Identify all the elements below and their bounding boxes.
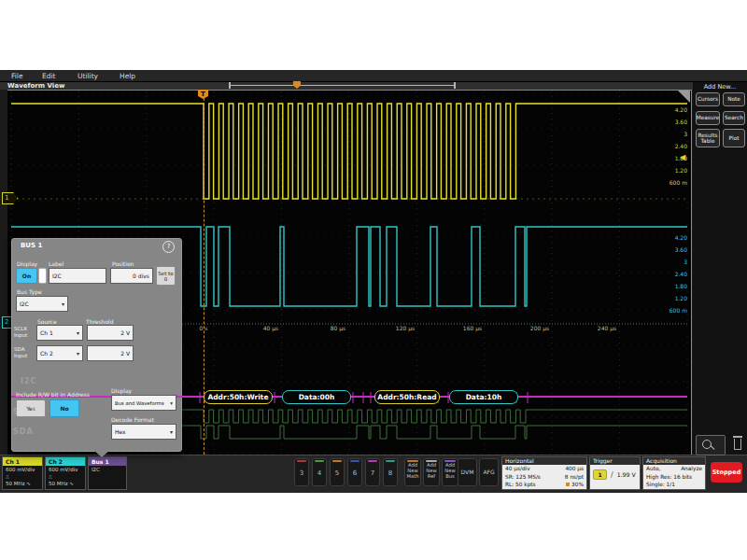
ch8-button[interactable]: 8 <box>383 458 398 486</box>
bus1-badge-title: Bus 1 <box>89 457 126 466</box>
time-label: 240 µs <box>590 325 624 331</box>
ch3-button[interactable]: 3 <box>294 458 309 486</box>
source-header: Source <box>37 318 57 325</box>
trash-button[interactable] <box>731 435 744 454</box>
set-to-zero-button[interactable]: Set to 0 <box>156 266 176 286</box>
ch2-badge[interactable]: Ch 2 600 mV/div ⎍ 50 MHz ∿ <box>45 456 86 490</box>
position-input[interactable]: 0 divs <box>110 268 153 284</box>
ch6-button[interactable]: 6 <box>347 458 362 486</box>
ch1-scale-value: 2.40 <box>663 143 687 149</box>
bandwidth-icon: ∿ <box>26 481 31 486</box>
time-label: 160 µs <box>456 325 489 331</box>
trigger-panel[interactable]: Trigger 1 ∕ 1.99 V <box>589 456 641 490</box>
horizontal-window: 400 µs <box>565 465 584 473</box>
plot-button[interactable]: Plot <box>723 129 745 147</box>
add-new-math-button[interactable]: Add New Math <box>404 458 421 486</box>
sclk-input-label: SCLK Input <box>14 326 35 339</box>
add-new-ref-button[interactable]: Add New Ref <box>423 458 440 486</box>
chevron-down-icon: ▾ <box>170 428 173 435</box>
horizontal-panel[interactable]: Horizontal 40 µs/div400 µs SR: 125 MS/s8… <box>501 456 587 490</box>
sda-ghost-label: SDA <box>13 427 34 436</box>
cursors-button[interactable]: Cursors <box>696 92 720 106</box>
ch1-scale-value: 3 <box>663 131 687 137</box>
trigger-level-arrow-icon[interactable]: ◀ <box>680 153 685 161</box>
chevron-down-icon: ▾ <box>77 329 79 336</box>
sample-rate: SR: 125 MS/s <box>505 473 541 482</box>
acq-single: Single: 1/1 <box>646 481 675 489</box>
sclk-threshold-input[interactable]: 2 V <box>87 325 134 341</box>
search-button[interactable]: Search <box>723 111 745 125</box>
measure-button[interactable]: Measure <box>696 111 720 125</box>
sda-threshold-input[interactable]: 2 V <box>87 345 134 361</box>
display-mode-dropdown[interactable]: Bus and Waveforms ▾ <box>111 395 176 411</box>
ch1-badge[interactable]: Ch 1 600 mV/div ⎍ 50 MHz ∿ <box>2 456 43 490</box>
bus-label-input[interactable]: I2C <box>49 268 106 284</box>
acquisition-panel[interactable]: Acquisition Auto,Analyze High Res: 16 bi… <box>642 456 706 490</box>
acq-highres: High Res: 16 bits <box>646 473 692 482</box>
horizontal-scale: 40 µs/div <box>505 465 530 473</box>
menu-utility[interactable]: Utility <box>78 72 98 80</box>
sda-source-dropdown[interactable]: Ch 2 ▾ <box>36 345 83 361</box>
rw-no-button[interactable]: No <box>49 399 79 417</box>
decode-format-dropdown[interactable]: Hex ▾ <box>111 424 176 440</box>
ch2-scale-value: 2.40 <box>663 271 687 277</box>
ch2-scale-value: 1.20 <box>663 295 687 301</box>
menu-file[interactable]: File <box>11 72 23 80</box>
minimap-right-bracket[interactable] <box>454 82 456 89</box>
ch1-bandwidth: 50 MHz <box>6 481 25 486</box>
time-label: 0 s <box>187 325 220 331</box>
display-mode-label: Display <box>111 387 132 394</box>
menu-help[interactable]: Help <box>120 72 135 80</box>
note-button[interactable]: Note <box>723 92 745 106</box>
ch7-button[interactable]: 7 <box>365 458 380 486</box>
run-stop-button[interactable]: Stopped <box>711 462 742 483</box>
bus-decode-data-00[interactable]: Data:00h <box>282 390 351 404</box>
bus-decode-data-10[interactable]: Data:10h <box>449 390 518 404</box>
sclk-source-dropdown[interactable]: Ch 1 ▾ <box>36 325 83 341</box>
trigger-source-badge: 1 <box>593 469 607 480</box>
bandwidth-icon: ∿ <box>69 481 74 486</box>
afg-button[interactable]: AFG <box>479 458 499 486</box>
ch1-scale-value: 3.60 <box>663 119 687 125</box>
sample-interval: 8 ns/pt <box>565 473 584 482</box>
coupling-icon: ⎍ <box>49 474 82 482</box>
ch2-scale-value: 1.80 <box>663 283 687 289</box>
slope-icon: ∕ <box>611 470 613 479</box>
results-table-button[interactable]: Results Table <box>696 129 720 147</box>
rw-bit-label: Include R/W bit in Address <box>16 391 90 398</box>
zoom-select-button[interactable] <box>696 435 726 455</box>
ch4-button[interactable]: 4 <box>312 458 327 486</box>
ch2-scale: 600 mV/div <box>49 467 82 474</box>
corner-resize-handle-icon[interactable] <box>678 91 690 103</box>
chevron-down-icon: ▾ <box>170 400 173 406</box>
acq-mode: Auto, <box>646 465 660 473</box>
bus-type-dropdown[interactable]: I2C ▾ <box>16 296 68 312</box>
menu-edit[interactable]: Edit <box>42 72 56 80</box>
record-length-pct: 30% <box>571 482 584 487</box>
display-on-toggle[interactable]: On <box>16 268 37 284</box>
bus-decode-address-read[interactable]: Addr:50h:Read <box>374 390 440 404</box>
minimap-left-bracket[interactable] <box>229 82 231 89</box>
trigger-level: 1.99 V <box>617 471 636 478</box>
dvm-button[interactable]: DVM <box>458 458 477 486</box>
help-icon[interactable]: ? <box>162 241 175 253</box>
bus-type-value: I2C <box>20 301 29 307</box>
sclk-source-value: Ch 1 <box>40 329 53 336</box>
trash-body-icon <box>734 439 741 450</box>
minimap-track[interactable] <box>230 85 455 86</box>
view-strip <box>0 82 693 90</box>
ch2-scale-value: 4.20 <box>663 234 687 241</box>
bus-decode-address-write[interactable]: Addr:50h:Write <box>204 390 273 404</box>
add-new-bus-button[interactable]: Add New Bus <box>442 458 458 486</box>
ch2-scale-value: 600 m <box>663 307 687 314</box>
trash-lid-icon <box>733 436 742 438</box>
time-label: 80 µs <box>321 325 355 331</box>
horizontal-title: Horizontal <box>502 457 586 465</box>
record-length: RL: 50 kpts <box>505 481 536 489</box>
ch2-scale-value: 3.60 <box>663 246 687 253</box>
ch1-scale-value: 600 m <box>663 179 687 186</box>
bus1-badge[interactable]: Bus 1 I2C <box>88 456 127 490</box>
ch5-button[interactable]: 5 <box>330 458 345 486</box>
display-toggle-knob[interactable] <box>38 268 47 284</box>
dialog-title: BUS 1 <box>21 242 42 249</box>
